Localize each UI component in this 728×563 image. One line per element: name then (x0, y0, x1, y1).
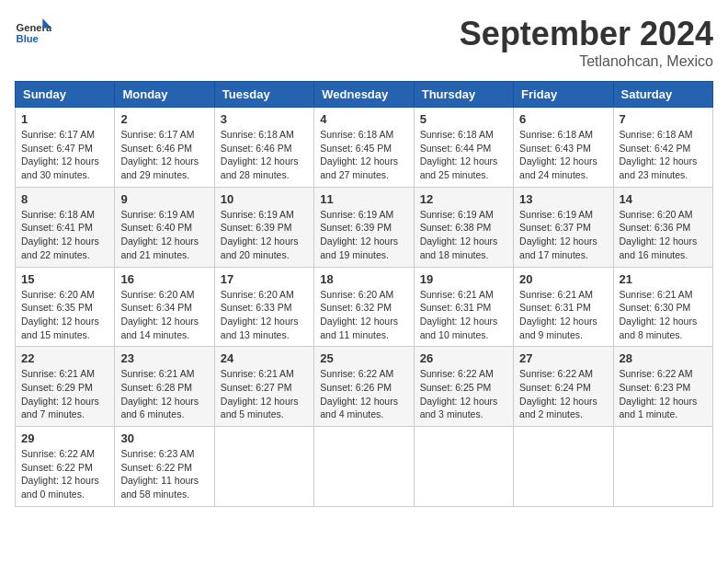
weekday-saturday: Saturday (613, 82, 712, 108)
day-cell: 24Sunrise: 6:21 AM Sunset: 6:27 PM Dayli… (214, 347, 313, 427)
title-block: September 2024 Tetlanohcan, Mexico (460, 15, 713, 70)
weekday-sunday: Sunday (16, 82, 115, 108)
day-number: 28 (620, 351, 707, 365)
day-info: Sunrise: 6:18 AM Sunset: 6:46 PM Dayligh… (221, 128, 308, 182)
day-number: 13 (519, 192, 607, 206)
day-number: 30 (120, 431, 208, 445)
day-cell: 14Sunrise: 6:20 AM Sunset: 6:36 PM Dayli… (613, 187, 712, 267)
day-info: Sunrise: 6:19 AM Sunset: 6:37 PM Dayligh… (519, 208, 607, 262)
day-cell: 10Sunrise: 6:19 AM Sunset: 6:39 PM Dayli… (214, 187, 313, 267)
day-number: 6 (519, 112, 607, 126)
logo: General Blue (15, 15, 55, 52)
day-number: 18 (320, 272, 407, 286)
day-number: 27 (519, 351, 607, 365)
day-number: 29 (21, 431, 108, 445)
day-number: 7 (620, 112, 707, 126)
day-info: Sunrise: 6:19 AM Sunset: 6:40 PM Dayligh… (120, 208, 208, 262)
day-number: 17 (221, 272, 308, 286)
day-number: 20 (519, 272, 607, 286)
day-cell (613, 427, 712, 507)
month-year: September 2024 (460, 15, 713, 53)
day-info: Sunrise: 6:22 AM Sunset: 6:22 PM Dayligh… (21, 447, 108, 501)
day-info: Sunrise: 6:20 AM Sunset: 6:36 PM Dayligh… (620, 208, 707, 262)
day-number: 1 (21, 112, 108, 126)
day-cell: 9Sunrise: 6:19 AM Sunset: 6:40 PM Daylig… (115, 187, 214, 267)
day-info: Sunrise: 6:20 AM Sunset: 6:34 PM Dayligh… (120, 288, 208, 342)
weekday-thursday: Thursday (414, 82, 513, 108)
day-number: 12 (420, 192, 507, 206)
day-info: Sunrise: 6:20 AM Sunset: 6:35 PM Dayligh… (21, 288, 108, 342)
day-info: Sunrise: 6:18 AM Sunset: 6:42 PM Dayligh… (620, 128, 707, 182)
week-row-1: 1Sunrise: 6:17 AM Sunset: 6:47 PM Daylig… (16, 108, 713, 188)
day-cell (514, 427, 613, 507)
day-cell: 11Sunrise: 6:19 AM Sunset: 6:39 PM Dayli… (314, 187, 414, 267)
day-number: 2 (120, 112, 208, 126)
day-number: 15 (21, 272, 108, 286)
day-number: 14 (620, 192, 707, 206)
day-info: Sunrise: 6:18 AM Sunset: 6:45 PM Dayligh… (320, 128, 407, 182)
day-cell (414, 427, 513, 507)
day-cell: 27Sunrise: 6:22 AM Sunset: 6:24 PM Dayli… (514, 347, 613, 427)
day-info: Sunrise: 6:19 AM Sunset: 6:39 PM Dayligh… (320, 208, 407, 262)
day-cell: 30Sunrise: 6:23 AM Sunset: 6:22 PM Dayli… (115, 427, 214, 507)
week-row-2: 8Sunrise: 6:18 AM Sunset: 6:41 PM Daylig… (16, 187, 713, 267)
day-number: 25 (320, 351, 407, 365)
day-info: Sunrise: 6:20 AM Sunset: 6:32 PM Dayligh… (320, 288, 407, 342)
day-cell: 17Sunrise: 6:20 AM Sunset: 6:33 PM Dayli… (214, 267, 313, 347)
day-cell: 3Sunrise: 6:18 AM Sunset: 6:46 PM Daylig… (214, 108, 313, 188)
day-number: 21 (620, 272, 707, 286)
day-number: 5 (420, 112, 507, 126)
day-cell: 8Sunrise: 6:18 AM Sunset: 6:41 PM Daylig… (16, 187, 115, 267)
day-number: 8 (21, 192, 108, 206)
calendar-table: SundayMondayTuesdayWednesdayThursdayFrid… (15, 81, 713, 507)
day-cell: 15Sunrise: 6:20 AM Sunset: 6:35 PM Dayli… (16, 267, 115, 347)
day-cell: 28Sunrise: 6:22 AM Sunset: 6:23 PM Dayli… (613, 347, 712, 427)
day-number: 23 (120, 351, 208, 365)
day-cell: 22Sunrise: 6:21 AM Sunset: 6:29 PM Dayli… (16, 347, 115, 427)
location: Tetlanohcan, Mexico (460, 53, 713, 70)
day-info: Sunrise: 6:22 AM Sunset: 6:26 PM Dayligh… (320, 367, 407, 421)
day-cell: 21Sunrise: 6:21 AM Sunset: 6:30 PM Dayli… (613, 267, 712, 347)
day-number: 11 (320, 192, 407, 206)
day-info: Sunrise: 6:17 AM Sunset: 6:47 PM Dayligh… (21, 128, 108, 182)
day-info: Sunrise: 6:21 AM Sunset: 6:31 PM Dayligh… (420, 288, 507, 342)
day-info: Sunrise: 6:21 AM Sunset: 6:28 PM Dayligh… (120, 367, 208, 421)
week-row-3: 15Sunrise: 6:20 AM Sunset: 6:35 PM Dayli… (16, 267, 713, 347)
day-cell: 25Sunrise: 6:22 AM Sunset: 6:26 PM Dayli… (314, 347, 414, 427)
day-number: 26 (420, 351, 507, 365)
weekday-wednesday: Wednesday (314, 82, 414, 108)
weekday-header-row: SundayMondayTuesdayWednesdayThursdayFrid… (16, 82, 713, 108)
week-row-5: 29Sunrise: 6:22 AM Sunset: 6:22 PM Dayli… (16, 427, 713, 507)
day-info: Sunrise: 6:22 AM Sunset: 6:24 PM Dayligh… (519, 367, 607, 421)
weekday-monday: Monday (115, 82, 214, 108)
day-number: 19 (420, 272, 507, 286)
day-info: Sunrise: 6:20 AM Sunset: 6:33 PM Dayligh… (221, 288, 308, 342)
day-number: 4 (320, 112, 407, 126)
day-number: 9 (120, 192, 208, 206)
day-info: Sunrise: 6:19 AM Sunset: 6:38 PM Dayligh… (420, 208, 507, 262)
svg-text:Blue: Blue (17, 33, 39, 44)
day-cell: 13Sunrise: 6:19 AM Sunset: 6:37 PM Dayli… (514, 187, 613, 267)
day-cell: 7Sunrise: 6:18 AM Sunset: 6:42 PM Daylig… (613, 108, 712, 188)
day-info: Sunrise: 6:22 AM Sunset: 6:23 PM Dayligh… (620, 367, 707, 421)
page-header: General Blue September 2024 Tetlanohcan,… (15, 15, 713, 70)
day-cell (214, 427, 313, 507)
day-number: 16 (120, 272, 208, 286)
day-info: Sunrise: 6:21 AM Sunset: 6:30 PM Dayligh… (620, 288, 707, 342)
week-row-4: 22Sunrise: 6:21 AM Sunset: 6:29 PM Dayli… (16, 347, 713, 427)
day-cell: 23Sunrise: 6:21 AM Sunset: 6:28 PM Dayli… (115, 347, 214, 427)
day-cell: 18Sunrise: 6:20 AM Sunset: 6:32 PM Dayli… (314, 267, 414, 347)
day-info: Sunrise: 6:23 AM Sunset: 6:22 PM Dayligh… (120, 447, 208, 501)
day-cell: 12Sunrise: 6:19 AM Sunset: 6:38 PM Dayli… (414, 187, 513, 267)
day-cell: 29Sunrise: 6:22 AM Sunset: 6:22 PM Dayli… (16, 427, 115, 507)
weekday-friday: Friday (514, 82, 613, 108)
day-cell: 1Sunrise: 6:17 AM Sunset: 6:47 PM Daylig… (16, 108, 115, 188)
weekday-tuesday: Tuesday (214, 82, 313, 108)
day-info: Sunrise: 6:18 AM Sunset: 6:44 PM Dayligh… (420, 128, 507, 182)
day-info: Sunrise: 6:22 AM Sunset: 6:25 PM Dayligh… (420, 367, 507, 421)
day-info: Sunrise: 6:21 AM Sunset: 6:29 PM Dayligh… (21, 367, 108, 421)
day-cell: 26Sunrise: 6:22 AM Sunset: 6:25 PM Dayli… (414, 347, 513, 427)
day-cell: 6Sunrise: 6:18 AM Sunset: 6:43 PM Daylig… (514, 108, 613, 188)
day-cell: 5Sunrise: 6:18 AM Sunset: 6:44 PM Daylig… (414, 108, 513, 188)
day-cell: 19Sunrise: 6:21 AM Sunset: 6:31 PM Dayli… (414, 267, 513, 347)
